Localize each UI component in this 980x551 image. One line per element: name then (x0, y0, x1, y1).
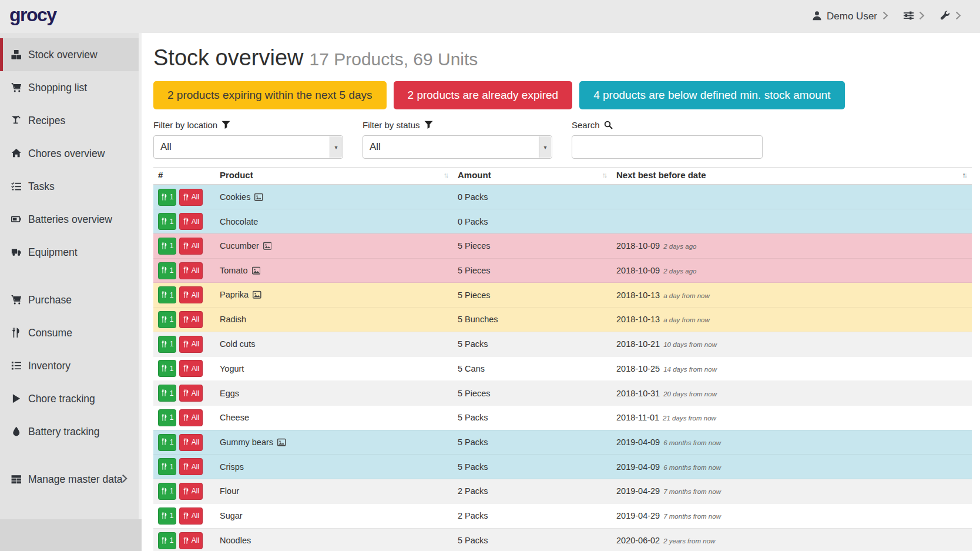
best-before-cell: 2018-11-0121 days from now (612, 405, 972, 430)
sidebar-item[interactable]: Batteries overview (0, 203, 142, 236)
consume-all-button[interactable]: All (179, 336, 203, 353)
best-before-cell (612, 209, 972, 234)
consume-all-button[interactable]: All (179, 532, 203, 549)
table-row: 1 All Cucumber 5 Pieces 2018-10-092 days… (153, 233, 972, 258)
play-icon (10, 393, 22, 404)
table-row: 1 All Radish 5 Bunches 2018-10-13a day f… (153, 308, 972, 332)
sort-icon: ↑↓ (602, 171, 606, 179)
consume-one-button[interactable]: 1 (158, 189, 176, 206)
product-name: Paprika (220, 290, 249, 299)
column-header[interactable]: Product ↑↓ (215, 168, 453, 185)
consume-one-button[interactable]: 1 (158, 385, 176, 402)
consume-all-button[interactable]: All (179, 458, 203, 475)
sidebar-item[interactable]: Tasks (0, 170, 142, 203)
actions-cell: 1 All (153, 405, 215, 430)
consume-all-button[interactable]: All (179, 434, 203, 451)
user-menu[interactable]: Demo User (812, 11, 892, 22)
sidebar-item-label: Chores overview (28, 148, 105, 160)
actions-cell: 1 All (153, 332, 215, 356)
table-row: 1 All Cheese 5 Packs 2018-11-0121 days f… (153, 405, 972, 430)
status-filter-select[interactable]: All ▾ (363, 135, 552, 159)
sidebar-item[interactable]: Equipment (0, 236, 142, 269)
consume-all-button[interactable]: All (179, 483, 203, 500)
alert-button[interactable]: 4 products are below defined min. stock … (579, 81, 844, 109)
alert-button[interactable]: 2 products are already expired (394, 81, 573, 109)
best-before-relative: a day from now (663, 316, 710, 323)
sidebar-item[interactable]: Chores overview (0, 137, 142, 170)
actions-cell: 1 All (153, 503, 215, 528)
settings-menu[interactable] (904, 11, 928, 22)
consume-one-button[interactable]: 1 (158, 360, 176, 377)
consume-all-button[interactable]: All (179, 360, 203, 377)
search-input[interactable] (572, 135, 763, 159)
funnel-icon (424, 120, 433, 130)
column-header[interactable]: Next best before date ↑↓ (612, 168, 972, 185)
brand-logo[interactable]: grocy (9, 4, 56, 26)
best-before-relative: 7 months from now (663, 513, 721, 520)
consume-all-button[interactable]: All (179, 286, 203, 303)
consume-all-button[interactable]: All (179, 238, 203, 255)
utensils-icon (161, 291, 168, 299)
table-row: 1 All Cookies 0 Packs (153, 185, 972, 209)
consume-one-button[interactable]: 1 (158, 434, 176, 451)
sidebar-item[interactable]: Battery tracking (0, 415, 142, 448)
status-filter: Filter by status All ▾ (363, 120, 552, 159)
page-title: Stock overview17 Products, 69 Units (153, 44, 972, 73)
product-cell: Chocolate (215, 209, 453, 234)
sidebar-item[interactable]: Shopping list (0, 71, 142, 104)
utensils-icon (161, 536, 168, 545)
select-arrow-icon: ▾ (330, 136, 342, 158)
consume-all-button[interactable]: All (179, 213, 203, 230)
product-name: Noodles (220, 536, 251, 545)
product-name: Gummy bears (220, 438, 273, 447)
consume-all-button[interactable]: All (179, 311, 203, 328)
location-filter-select[interactable]: All ▾ (153, 135, 343, 159)
consume-one-button[interactable]: 1 (158, 262, 176, 279)
consume-one-button[interactable]: 1 (158, 311, 176, 328)
product-name: Chocolate (220, 217, 258, 226)
column-header[interactable]: Amount ↑↓ (453, 168, 612, 185)
consume-one-button[interactable]: 1 (158, 507, 176, 525)
amount-cell: 5 Packs (453, 455, 612, 479)
best-before-cell (612, 185, 972, 209)
consume-one-button[interactable]: 1 (158, 238, 176, 255)
sidebar-item[interactable]: Inventory (0, 349, 142, 382)
utensils-icon (161, 340, 168, 348)
sidebar-item[interactable]: Consume (0, 316, 142, 349)
sidebar-item[interactable]: Chore tracking (0, 382, 142, 415)
admin-menu[interactable] (940, 11, 965, 22)
consume-one-button[interactable]: 1 (158, 458, 176, 475)
consume-one-button[interactable]: 1 (158, 483, 176, 500)
home-icon (10, 148, 22, 159)
sidebar-item[interactable]: Manage master data (0, 463, 142, 496)
table-row: 1 All Eggs 5 Pieces 2018-10-3120 days fr… (153, 381, 972, 406)
consume-one-button[interactable]: 1 (158, 532, 176, 549)
amount-cell: 5 Cans (453, 356, 612, 381)
consume-one-button[interactable]: 1 (158, 336, 176, 353)
sidebar-item[interactable]: Recipes (0, 104, 142, 137)
utensils-icon (10, 328, 22, 338)
consume-all-button[interactable]: All (179, 262, 203, 279)
consume-one-button[interactable]: 1 (158, 286, 176, 303)
consume-all-button[interactable]: All (179, 385, 203, 402)
consume-all-button[interactable]: All (179, 409, 203, 426)
sidebar-item-label: Chore tracking (28, 393, 95, 405)
best-before-date: 2019-04-09 (616, 438, 660, 447)
best-before-cell: 2018-10-092 days ago (612, 233, 972, 258)
sidebar-item-label: Purchase (28, 294, 72, 306)
product-name: Radish (220, 315, 246, 324)
consume-one-button[interactable]: 1 (158, 409, 176, 426)
utensils-icon (161, 266, 168, 275)
utensils-icon (161, 218, 168, 226)
sidebar-item[interactable]: Stock overview (0, 38, 142, 71)
utensils-icon (183, 487, 190, 495)
main-content: Stock overview17 Products, 69 Units 2 pr… (142, 33, 980, 551)
sidebar-item[interactable]: Purchase (0, 283, 142, 316)
product-name: Flour (220, 486, 239, 496)
consume-one-button[interactable]: 1 (158, 213, 176, 230)
best-before-relative: 10 days from now (663, 341, 717, 348)
alert-button[interactable]: 2 products expiring within the next 5 da… (153, 81, 387, 109)
consume-all-button[interactable]: All (179, 189, 203, 206)
table-row: 1 All Tomato 5 Pieces 2018-10-092 days a… (153, 258, 972, 283)
consume-all-button[interactable]: All (179, 507, 203, 525)
